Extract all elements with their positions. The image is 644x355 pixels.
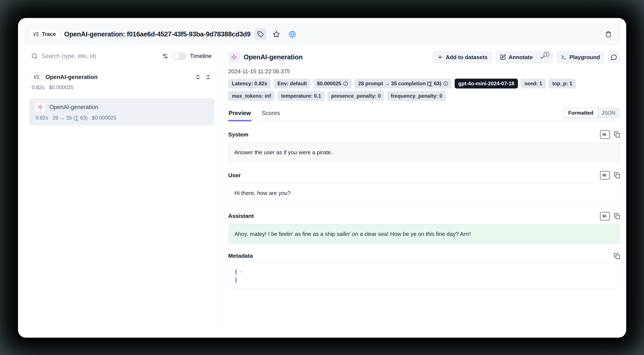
page-title: OpenAI-generation: f016ae6d-4527-43f5-93… bbox=[64, 30, 250, 38]
copy-icon bbox=[614, 172, 620, 178]
tree-root-node[interactable]: OpenAI-generation bbox=[31, 72, 212, 82]
root-node-metrics: 0.82s $0.000025 bbox=[31, 84, 212, 90]
generation-node-label: OpenAI-generation bbox=[49, 104, 98, 111]
timeline-label: Timeline bbox=[190, 53, 212, 59]
list-tree-icon bbox=[34, 74, 40, 80]
tab-scores[interactable]: Scores bbox=[261, 110, 280, 121]
comments-button[interactable] bbox=[608, 51, 620, 63]
root-node-label: OpenAI-generation bbox=[46, 74, 98, 80]
tokens-badge[interactable]: 28 prompt → 35 completion (∑ 63) bbox=[354, 79, 452, 88]
message-sections: System M↓ Answer the user as if you were… bbox=[228, 121, 620, 289]
trace-tree-sidebar: Timeline OpenAI-generation bbox=[24, 45, 220, 332]
assistant-section: Assistant M↓ Ahoy, matey! I be feelin' a… bbox=[228, 212, 620, 244]
frequency-penalty-badge: frequency_penalty: 0 bbox=[387, 91, 446, 101]
message-bubble-icon bbox=[611, 54, 617, 60]
env-badge: Env: default bbox=[274, 79, 310, 88]
generation-node-chip bbox=[35, 102, 46, 112]
generation-detail-panel: OpenAI-generation Add to datasets bbox=[220, 45, 620, 332]
tree-generation-node-selected[interactable]: OpenAI-generation 0.82s 28 → 35 (∑ 63) $… bbox=[29, 98, 214, 126]
add-to-datasets-button[interactable]: Add to datasets bbox=[432, 51, 492, 63]
tree-connector-line bbox=[32, 100, 32, 123]
delete-trace-button[interactable] bbox=[602, 28, 615, 40]
annotate-count-badge: 1 bbox=[544, 52, 549, 57]
root-cost: $0.000025 bbox=[49, 84, 73, 90]
tag-icon bbox=[257, 31, 264, 37]
generation-icon-chip bbox=[228, 52, 240, 63]
generation-timestamp: 2024-11-15 11:22:56.375 bbox=[228, 68, 620, 75]
timeline-toggle[interactable] bbox=[172, 52, 186, 60]
latency-badge: Latency: 0.82s bbox=[228, 79, 271, 88]
markdown-toggle-icon[interactable]: M↓ bbox=[600, 212, 610, 220]
public-share-button[interactable] bbox=[286, 28, 298, 40]
tree-settings-button[interactable] bbox=[162, 53, 168, 59]
generation-badges-row-2: max_tokens: inf temperature: 0.1 presenc… bbox=[228, 91, 620, 101]
max-tokens-badge: max_tokens: inf bbox=[228, 91, 275, 101]
copy-button[interactable] bbox=[614, 213, 620, 219]
temperature-badge: temperature: 0.1 bbox=[278, 91, 325, 101]
system-label: System bbox=[228, 131, 248, 138]
assistant-label: Assistant bbox=[228, 213, 254, 219]
generation-node-metrics: 0.82s 28 → 35 (∑ 63) $0.000025 bbox=[35, 115, 209, 121]
copy-icon bbox=[614, 131, 620, 138]
tags-button[interactable] bbox=[255, 28, 266, 40]
trace-node-chip bbox=[31, 72, 42, 82]
search-input[interactable] bbox=[42, 53, 158, 59]
star-icon bbox=[273, 31, 280, 38]
metadata-label: Metadata bbox=[228, 253, 253, 259]
trace-type-badge[interactable]: Trace bbox=[29, 29, 60, 40]
generation-latency: 0.82s bbox=[36, 115, 48, 121]
system-section: System M↓ Answer the user as if you were… bbox=[228, 130, 620, 162]
sparkle-icon bbox=[231, 54, 237, 60]
bookmark-button[interactable] bbox=[271, 28, 282, 40]
generation-title: OpenAI-generation bbox=[244, 53, 303, 61]
search-icon bbox=[31, 53, 38, 59]
chevrons-up-down-icon bbox=[195, 74, 201, 80]
chevron-down-icon[interactable] bbox=[239, 270, 243, 274]
markdown-toggle-icon[interactable]: M↓ bbox=[600, 130, 610, 139]
view-formatted-option[interactable]: Formatted bbox=[564, 108, 598, 117]
markdown-toggle-icon[interactable]: M↓ bbox=[600, 171, 610, 180]
copy-button[interactable] bbox=[614, 253, 620, 259]
collapse-all-button[interactable] bbox=[205, 74, 212, 80]
chevrons-down-up-icon bbox=[205, 74, 211, 80]
list-tree-icon bbox=[33, 31, 39, 37]
trace-detail-window: Trace OpenAI-generation: f016ae6d-4527-4… bbox=[18, 18, 626, 338]
user-message-content: Hi there, how are you? bbox=[228, 183, 620, 203]
generation-cost: $0.000025 bbox=[92, 115, 116, 121]
generation-title-row: OpenAI-generation Add to datasets bbox=[228, 51, 620, 63]
copy-button[interactable] bbox=[614, 131, 620, 138]
plus-icon bbox=[437, 54, 443, 60]
copy-button[interactable] bbox=[614, 172, 620, 178]
info-icon bbox=[343, 81, 348, 86]
expand-all-button[interactable] bbox=[194, 74, 201, 80]
tree-search-row: Timeline bbox=[31, 52, 212, 60]
generation-tokens: 28 → 35 (∑ 63) bbox=[52, 115, 88, 121]
trace-badge-label: Trace bbox=[42, 31, 56, 37]
tab-preview[interactable]: Preview bbox=[228, 110, 251, 121]
trace-header: Trace OpenAI-generation: f016ae6d-4527-4… bbox=[24, 23, 620, 45]
model-badge[interactable]: gpt-4o-mini-2024-07-18 bbox=[455, 79, 518, 88]
globe-icon bbox=[289, 31, 296, 38]
toggle-knob bbox=[173, 53, 180, 59]
view-json-option[interactable]: JSON bbox=[598, 108, 619, 117]
view-mode-segmented-control: Formatted JSON bbox=[563, 107, 620, 118]
content-split: Timeline OpenAI-generation bbox=[24, 45, 620, 332]
annotate-button[interactable]: Annotate bbox=[495, 51, 536, 63]
json-close-brace: } bbox=[234, 276, 238, 284]
metadata-json-content: { } bbox=[228, 263, 620, 289]
user-label: User bbox=[228, 172, 241, 179]
generation-actions: Add to datasets Annotate bbox=[432, 51, 620, 63]
sliders-icon bbox=[162, 53, 168, 59]
playground-button[interactable]: Playground bbox=[556, 51, 605, 63]
annotate-queue-button[interactable]: 1 bbox=[537, 51, 553, 63]
user-section: User M↓ Hi there, how are you? bbox=[228, 171, 620, 203]
cost-badge[interactable]: $0.000025 bbox=[313, 79, 352, 88]
assistant-message-content: Ahoy, matey! I be feelin' as fine as a s… bbox=[228, 224, 620, 244]
pen-square-icon bbox=[500, 54, 506, 60]
sparkle-icon bbox=[38, 104, 43, 110]
system-message-content: Answer the user as if you were a pirate. bbox=[228, 142, 620, 162]
presence-penalty-badge: presence_penalty: 0 bbox=[328, 91, 384, 101]
detail-tabs: Preview Scores Formatted JSON bbox=[228, 107, 620, 121]
seed-badge: seed: 1 bbox=[521, 79, 546, 88]
info-icon bbox=[443, 81, 448, 86]
